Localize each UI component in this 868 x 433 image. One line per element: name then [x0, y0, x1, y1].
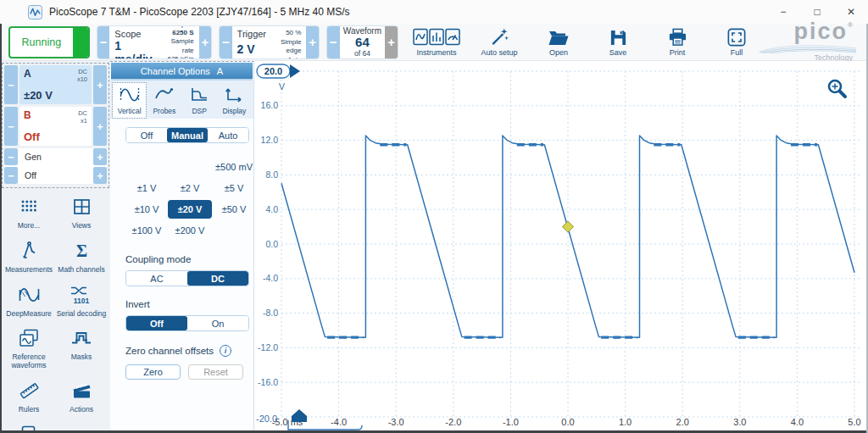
- sample-rate-value: 625 kS/s: [163, 55, 193, 58]
- channel-a-axis-marker[interactable]: [290, 64, 300, 78]
- range-50v-button[interactable]: ±50 V: [212, 200, 256, 219]
- sidebar-item-serial-decoding[interactable]: 1101Serial decoding: [55, 285, 108, 319]
- sidebar-item-label: Measurements: [3, 266, 54, 275]
- vertical-tab-icon: [119, 86, 141, 105]
- svg-text:-16.0: -16.0: [258, 377, 278, 387]
- info-icon[interactable]: i: [220, 345, 231, 357]
- trigger-decrease-button[interactable]: −: [220, 26, 232, 58]
- range-10v-button[interactable]: ±10 V: [125, 200, 168, 219]
- range-5v-button[interactable]: ±5 V: [212, 179, 256, 197]
- coupling-mode-label: Coupling mode: [125, 254, 243, 264]
- sidebar-item-math-channels[interactable]: ΣMath channels: [55, 241, 108, 275]
- scope-label: Scope: [114, 29, 154, 39]
- trigger-settings[interactable]: Trigger 2 V A 50 % Simple edge Auto: [232, 26, 307, 58]
- toolbar: Running − Scope 1 ms/div Samples 6250 S …: [0, 24, 868, 61]
- titlebar: PicoScope 7 T&M - PicoScope 2203 [ZJY47/…: [0, 0, 868, 24]
- svg-text:3.0: 3.0: [733, 417, 746, 427]
- waveform-previous-button[interactable]: −: [327, 26, 340, 58]
- sidebar-item-actions[interactable]: Actions: [55, 380, 108, 414]
- instruments-label: Instruments: [416, 48, 456, 57]
- sidebar-item-measurements[interactable]: Measurements: [3, 241, 55, 275]
- invert-off-option[interactable]: Off: [126, 316, 187, 330]
- sidebar-tools: More...ViewsMeasurementsΣMath channelsDe…: [0, 197, 110, 433]
- generator-state-decrease-button[interactable]: −: [4, 167, 18, 184]
- range-200v-button[interactable]: ±200 V: [168, 221, 212, 240]
- dsp-tab-icon: [190, 86, 209, 105]
- channel-a-decrease-button[interactable]: −: [4, 65, 18, 104]
- sidebar-item-masks[interactable]: Masks: [55, 328, 108, 370]
- oscilloscope-plot[interactable]: 16.012.08.04.00.0-4.0-8.0-12.0-16.0-5.0 …: [254, 61, 868, 431]
- generator-name[interactable]: Gen: [19, 148, 92, 165]
- y-axis-unit: V: [279, 81, 286, 92]
- running-button[interactable]: Running: [8, 26, 90, 58]
- sidebar-item-reference-waveforms[interactable]: Reference waveforms: [3, 328, 55, 370]
- svg-text:0.0: 0.0: [265, 239, 278, 249]
- tab-dsp[interactable]: DSP: [182, 82, 217, 119]
- scope-decrease-button[interactable]: −: [97, 26, 110, 58]
- generator-decrease-button[interactable]: −: [4, 148, 18, 165]
- full-label: Full: [731, 48, 743, 57]
- print-button[interactable]: Print: [656, 27, 698, 57]
- save-button[interactable]: Save: [597, 27, 639, 57]
- coupling-dc-option[interactable]: DC: [187, 271, 248, 286]
- range-2v-button[interactable]: ±2 V: [168, 179, 212, 197]
- tab-probes[interactable]: Probes: [147, 82, 181, 119]
- zoom-tool-icon[interactable]: [829, 80, 845, 97]
- sidebar-item-views[interactable]: Views: [55, 197, 108, 230]
- gridlines: [281, 71, 860, 417]
- open-label: Open: [549, 48, 568, 57]
- sidebar-item-label: Views: [56, 222, 107, 230]
- channel-b-decrease-button[interactable]: −: [4, 107, 18, 146]
- generator-state[interactable]: Off: [19, 167, 92, 184]
- svg-text:1101: 1101: [74, 296, 90, 304]
- auto-setup-button[interactable]: Auto setup: [478, 27, 520, 57]
- y-axis-top-label: 20.0: [257, 64, 290, 78]
- range-grid-empty-cell: [212, 221, 256, 240]
- tab-display[interactable]: Display: [217, 82, 252, 119]
- timebase-value: 1 ms/div: [114, 39, 154, 59]
- scope-increase-button[interactable]: +: [199, 26, 212, 58]
- trigger-time-marker[interactable]: [292, 409, 307, 422]
- range-20v-button[interactable]: ±20 V: [168, 200, 212, 219]
- waveform-buffer[interactable]: Waveform 64 of 64: [340, 26, 386, 58]
- sidebar-item-more[interactable]: More...: [3, 197, 55, 230]
- sidebar-item-rulers[interactable]: Rulers: [3, 380, 55, 414]
- trigger-increase-button[interactable]: +: [306, 26, 319, 58]
- coupling-ac-option[interactable]: AC: [126, 271, 187, 286]
- range-100v-button[interactable]: ±100 V: [125, 221, 168, 240]
- svg-text:-1.0: -1.0: [503, 417, 519, 427]
- full-screen-icon: [727, 27, 746, 47]
- zero-button[interactable]: Zero: [125, 364, 181, 380]
- range-500mv-button[interactable]: ±500 mV: [212, 158, 256, 176]
- waveform-graph[interactable]: 16.012.08.04.00.0-4.0-8.0-12.0-16.0-5.0 …: [254, 61, 868, 433]
- channel-b-body[interactable]: B DCx1 Off: [19, 107, 92, 146]
- waveform-next-button[interactable]: +: [385, 26, 398, 58]
- channel-a-increase-button[interactable]: +: [93, 65, 107, 104]
- tab-vertical[interactable]: Vertical: [112, 82, 147, 119]
- trigger-level-value: 2 V: [237, 42, 266, 56]
- full-button[interactable]: Full: [715, 27, 758, 57]
- generator-state-increase-button[interactable]: +: [93, 167, 107, 184]
- channel-b-increase-button[interactable]: +: [93, 107, 107, 146]
- picoscope-app-icon: [28, 5, 42, 19]
- instruments-button[interactable]: Instruments: [412, 27, 461, 57]
- sidebar-item-deepmeasure[interactable]: DeepMeasure: [3, 285, 55, 319]
- channel-a-body[interactable]: A DCx10 ±20 V: [19, 65, 92, 104]
- trigger-level-marker[interactable]: [563, 221, 574, 232]
- scope-settings[interactable]: Scope 1 ms/div Samples 6250 S Sample rat…: [109, 26, 198, 58]
- svg-text:-4.0: -4.0: [263, 273, 278, 283]
- trigger-mode: Simple edge: [275, 38, 301, 56]
- reset-button[interactable]: Reset: [188, 364, 243, 380]
- range-mode-manual-option[interactable]: Manual: [167, 128, 208, 142]
- open-button[interactable]: Open: [537, 27, 580, 57]
- y-axis-labels: 16.012.08.04.00.0-4.0-8.0-12.0-16.0: [258, 100, 278, 386]
- range-1v-button[interactable]: ±1 V: [125, 179, 168, 197]
- generator-increase-button[interactable]: +: [93, 148, 107, 165]
- range-mode-auto-option[interactable]: Auto: [208, 128, 248, 142]
- window-left-border: [0, 24, 2, 433]
- channel-options-header: Channel Options A: [111, 63, 253, 80]
- range-mode-off-option[interactable]: Off: [126, 128, 167, 142]
- instruments-icon: [413, 27, 460, 47]
- svg-text:0.0: 0.0: [561, 417, 574, 427]
- invert-on-option[interactable]: On: [187, 316, 248, 330]
